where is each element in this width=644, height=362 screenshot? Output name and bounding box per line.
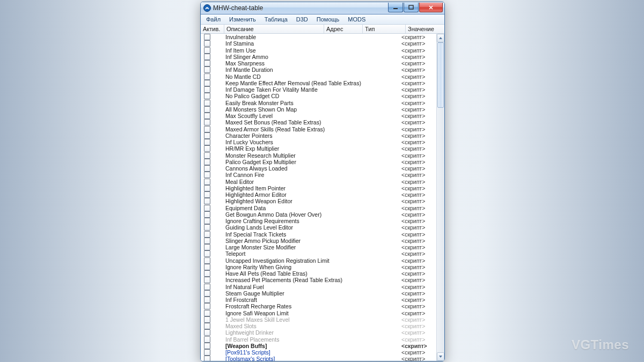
row-checkbox[interactable] xyxy=(204,198,210,204)
row-checkbox[interactable] xyxy=(204,264,210,270)
vertical-scrollbar[interactable] xyxy=(436,34,444,361)
row-checkbox[interactable] xyxy=(204,284,210,290)
table-row[interactable]: Inf Frostcraft<скрипт> xyxy=(201,297,437,303)
row-checkbox[interactable] xyxy=(204,191,210,198)
scroll-down-button[interactable] xyxy=(437,352,444,361)
table-row[interactable]: Easily Break Monster Parts<скрипт> xyxy=(201,100,437,106)
table-row[interactable]: [Pox911's Scripts]<скрипт> xyxy=(201,349,437,356)
table-row[interactable]: Inf Cannon Fire<скрипт> xyxy=(201,172,437,178)
row-checkbox[interactable] xyxy=(204,152,210,159)
row-checkbox[interactable] xyxy=(204,73,210,80)
scroll-thumb[interactable] xyxy=(437,42,444,108)
row-checkbox[interactable] xyxy=(204,106,210,113)
row-checkbox[interactable] xyxy=(204,139,210,145)
table-row[interactable]: Ignore Crafting Requirements<скрипт> xyxy=(201,218,437,224)
menu-table[interactable]: Таблица xyxy=(260,16,292,23)
menu-mods[interactable]: MODS xyxy=(343,16,370,23)
table-row[interactable]: Palico Gadget Exp Multiplier<скрипт> xyxy=(201,159,437,165)
menu-help[interactable]: Помощь xyxy=(312,16,344,23)
row-checkbox[interactable] xyxy=(204,100,210,106)
row-checkbox[interactable] xyxy=(204,290,210,297)
row-checkbox[interactable] xyxy=(204,60,210,67)
table-row[interactable]: Max Scoutfly Level<скрипт> xyxy=(201,113,437,119)
table-row[interactable]: Maxed Set Bonus (Read Table Extras)<скри… xyxy=(201,119,437,125)
row-checkbox[interactable] xyxy=(204,67,210,73)
row-checkbox[interactable] xyxy=(204,231,210,238)
row-checkbox[interactable] xyxy=(204,54,210,60)
table-row[interactable]: Guiding Lands Level Editor<скрипт> xyxy=(201,224,437,231)
table-row[interactable]: Highlighted Item Pointer<скрипт> xyxy=(201,185,437,191)
table-row[interactable]: Large Monster Size Modifier<скрипт> xyxy=(201,244,437,250)
row-checkbox[interactable] xyxy=(204,179,210,185)
row-checkbox[interactable] xyxy=(204,86,210,93)
table-row[interactable]: No Palico Gadget CD<скрипт> xyxy=(201,93,437,99)
table-row[interactable]: Character Pointers<скрипт> xyxy=(201,132,437,139)
col-addr[interactable]: Адрес xyxy=(324,25,363,33)
row-checkbox[interactable] xyxy=(204,80,210,86)
row-checkbox[interactable] xyxy=(204,132,210,139)
row-checkbox[interactable] xyxy=(204,356,210,361)
table-row[interactable]: Increased Pet Placements (Read Table Ext… xyxy=(201,277,437,283)
row-checkbox[interactable] xyxy=(204,323,210,329)
row-checkbox[interactable] xyxy=(204,336,210,343)
row-checkbox[interactable] xyxy=(204,297,210,303)
col-type[interactable]: Тип xyxy=(363,25,406,33)
row-checkbox[interactable] xyxy=(204,93,210,99)
table-row[interactable]: Inf Item Use<скрипт> xyxy=(201,47,437,54)
title-bar[interactable]: MHW-cheat-table xyxy=(201,2,444,14)
row-checkbox[interactable] xyxy=(204,218,210,224)
table-row[interactable]: Inf Mantle Duration<скрипт> xyxy=(201,67,437,73)
table-row[interactable]: [Toolsmax's Scripts]<скрипт> xyxy=(201,356,437,361)
table-row[interactable]: Inf Special Track Tickets<скрипт> xyxy=(201,231,437,238)
row-checkbox[interactable] xyxy=(204,257,210,264)
row-checkbox[interactable] xyxy=(204,329,210,336)
table-row[interactable]: Inf Slinger Ammo<скрипт> xyxy=(201,54,437,60)
row-checkbox[interactable] xyxy=(204,205,210,211)
table-row[interactable]: Meal Editor<скрипт> xyxy=(201,179,437,185)
table-row[interactable]: All Monsters Shown On Map<скрипт> xyxy=(201,106,437,113)
table-row[interactable]: Inf Stamina<скрипт> xyxy=(201,40,437,47)
scroll-up-button[interactable] xyxy=(437,34,444,42)
table-row[interactable]: Ignore Rarity When Giving<скрипт> xyxy=(201,264,437,270)
table-row[interactable]: Frostcraft Recharge Rates<скрипт> xyxy=(201,303,437,309)
table-row[interactable]: Inf Damage Taken For Vitality Mantle<скр… xyxy=(201,86,437,93)
row-checkbox[interactable] xyxy=(204,270,210,277)
table-row[interactable]: Invulnerable<скрипт> xyxy=(201,34,437,40)
table-row[interactable]: HR/MR Exp Multiplier<скрипт> xyxy=(201,145,437,152)
row-checkbox[interactable] xyxy=(204,113,210,119)
table-row[interactable]: Uncapped Investigation Registration Limi… xyxy=(201,257,437,264)
table-row[interactable]: Ignore Safi Weapon Limit<скрипт> xyxy=(201,310,437,316)
table-row[interactable]: Highlighted Weapon Editor<скрипт> xyxy=(201,198,437,204)
table-row[interactable]: Maxed Armor Skills (Read Table Extras)<с… xyxy=(201,126,437,132)
table-row[interactable]: Keep Mantle Effect After Removal (Read T… xyxy=(201,80,437,86)
row-checkbox[interactable] xyxy=(204,303,210,309)
row-checkbox[interactable] xyxy=(204,159,210,165)
table-row[interactable]: Slinger Ammo Pickup Modifier<скрипт> xyxy=(201,238,437,244)
row-checkbox[interactable] xyxy=(204,34,210,40)
row-checkbox[interactable] xyxy=(204,310,210,316)
row-checkbox[interactable] xyxy=(204,145,210,152)
table-row[interactable]: [Weapon Buffs]<скрипт> xyxy=(201,343,437,349)
maximize-button[interactable] xyxy=(404,3,419,12)
row-checkbox[interactable] xyxy=(204,250,210,257)
table-row[interactable]: Inf Lucky Vouchers<скрипт> xyxy=(201,139,437,145)
table-row[interactable]: Teleport<скрипт> xyxy=(201,250,437,257)
table-row[interactable]: Monster Research Multiplier<скрипт> xyxy=(201,152,437,159)
table-row[interactable]: Lightweight Drinker<скрипт> xyxy=(201,329,437,336)
row-checkbox[interactable] xyxy=(204,40,210,47)
row-checkbox[interactable] xyxy=(204,343,210,349)
row-checkbox[interactable] xyxy=(204,238,210,244)
table-row[interactable]: 1 Jewel Maxes Skill Level<скрипт> xyxy=(201,316,437,323)
table-row[interactable]: Highlighted Armor Editor<скрипт> xyxy=(201,191,437,198)
table-row[interactable]: Equipment Data<скрипт> xyxy=(201,205,437,211)
row-checkbox[interactable] xyxy=(204,47,210,54)
table-row[interactable]: Have All Pets (Read Table Etras)<скрипт> xyxy=(201,270,437,277)
table-row[interactable]: Steam Gauge Multiplier<скрипт> xyxy=(201,290,437,297)
row-checkbox[interactable] xyxy=(204,185,210,191)
table-row[interactable]: Max Sharpness<скрипт> xyxy=(201,60,437,67)
row-checkbox[interactable] xyxy=(204,277,210,283)
row-checkbox[interactable] xyxy=(204,126,210,132)
menu-d3d[interactable]: D3D xyxy=(292,16,312,23)
row-checkbox[interactable] xyxy=(204,349,210,356)
row-checkbox[interactable] xyxy=(204,119,210,125)
